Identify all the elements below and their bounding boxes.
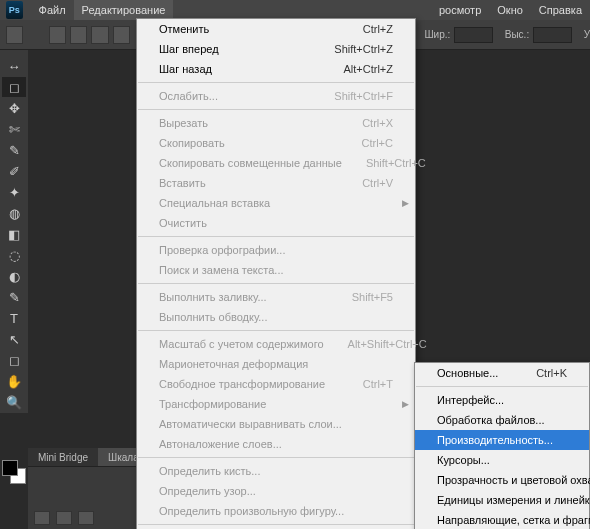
tool-0[interactable]: ↔ — [2, 56, 26, 76]
menu-item-шаг-назад[interactable]: Шаг назадAlt+Ctrl+Z — [137, 59, 415, 79]
menu-item-автоматически-выравнивать-слои-: Автоматически выравнивать слои... — [137, 414, 415, 434]
tool-4[interactable]: ✎ — [2, 140, 26, 160]
tool-13[interactable]: ↖ — [2, 329, 26, 349]
menu-item-поиск-и-замена-текста-: Поиск и замена текста... — [137, 260, 415, 280]
menu-item-свободное-трансформирование: Свободное трансформированиеCtrl+T — [137, 374, 415, 394]
tool-9[interactable]: ◌ — [2, 245, 26, 265]
menu-item-скопировать: СкопироватьCtrl+C — [137, 133, 415, 153]
menu-shortcut: Ctrl+X — [362, 116, 393, 130]
tab-mini-bridge[interactable]: Mini Bridge — [28, 448, 98, 466]
preferences-submenu: Основные...Ctrl+KИнтерфейс...Обработка ф… — [414, 362, 590, 529]
menu-item-label: Поиск и замена текста... — [159, 263, 284, 277]
color-swatches[interactable] — [2, 460, 26, 484]
tool-5[interactable]: ✐ — [2, 161, 26, 181]
menu-item-шаг-вперед[interactable]: Шаг впередShift+Ctrl+Z — [137, 39, 415, 59]
menu-item-производительность-[interactable]: Производительность... — [415, 430, 589, 450]
tool-1[interactable]: ◻ — [2, 77, 26, 97]
menu-separator — [138, 330, 414, 331]
tool-11[interactable]: ✎ — [2, 287, 26, 307]
tool-12[interactable]: T — [2, 308, 26, 328]
menu-shortcut: Shift+Ctrl+C — [366, 156, 426, 170]
height-field[interactable] — [533, 27, 571, 43]
menu-item-определить-произвольную-фигуру-: Определить произвольную фигуру... — [137, 501, 415, 521]
tool-16[interactable]: 🔍 — [2, 392, 26, 412]
menu-item-label: Вставить — [159, 176, 206, 190]
menu-shortcut: Ctrl+V — [362, 176, 393, 190]
submenu-arrow-icon: ▶ — [402, 196, 409, 210]
menu-item-label: Очистить — [159, 216, 207, 230]
tool-10[interactable]: ◐ — [2, 266, 26, 286]
menu-shortcut: Alt+Shift+Ctrl+C — [348, 337, 427, 351]
menu-help[interactable]: Справка — [531, 0, 590, 20]
height-label: Выс.: — [505, 29, 529, 40]
foreground-color-swatch[interactable] — [2, 460, 18, 476]
menu-shortcut: Alt+Ctrl+Z — [343, 62, 393, 76]
opt-btn-3[interactable] — [91, 26, 108, 44]
menu-item-основные-[interactable]: Основные...Ctrl+K — [415, 363, 589, 383]
tool-3[interactable]: ✄ — [2, 119, 26, 139]
tool-8[interactable]: ◧ — [2, 224, 26, 244]
timeline-btn-2[interactable] — [56, 511, 72, 525]
menu-item-отменить[interactable]: ОтменитьCtrl+Z — [137, 19, 415, 39]
menu-shortcut: Ctrl+C — [362, 136, 393, 150]
menu-item-label: Ослабить... — [159, 89, 218, 103]
menu-item-определить-узор-: Определить узор... — [137, 481, 415, 501]
menu-item-label: Определить произвольную фигуру... — [159, 504, 344, 518]
menu-window[interactable]: Окно — [489, 0, 531, 20]
menu-item-определить-кисть-: Определить кисть... — [137, 461, 415, 481]
menu-shortcut: Shift+F5 — [352, 290, 393, 304]
menu-item-трансформирование: Трансформирование▶ — [137, 394, 415, 414]
menu-item-марионеточная-деформация: Марионеточная деформация — [137, 354, 415, 374]
timeline-btn-1[interactable] — [34, 511, 50, 525]
menu-item-label: Производительность... — [437, 433, 553, 447]
menu-item-обработка-файлов-[interactable]: Обработка файлов... — [415, 410, 589, 430]
width-field[interactable] — [454, 27, 492, 43]
menu-item-label: Автоматически выравнивать слои... — [159, 417, 342, 431]
menu-item-выполнить-заливку-: Выполнить заливку...Shift+F5 — [137, 287, 415, 307]
menu-shortcut: Shift+Ctrl+F — [334, 89, 393, 103]
menu-item-ослабить-: Ослабить...Shift+Ctrl+F — [137, 86, 415, 106]
width-label: Шир.: — [424, 29, 450, 40]
menu-item-курсоры-[interactable]: Курсоры... — [415, 450, 589, 470]
menu-item-label: Направляющие, сетка и фрагменты... — [437, 513, 590, 527]
menu-item-label: Определить кисть... — [159, 464, 260, 478]
menu-separator — [138, 283, 414, 284]
menu-item-проверка-орфографии-: Проверка орфографии... — [137, 240, 415, 260]
menu-item-направляющие-сетка-и-фрагменты-[interactable]: Направляющие, сетка и фрагменты... — [415, 510, 589, 529]
menu-item-label: Обработка файлов... — [437, 413, 545, 427]
menu-item-label: Шаг назад — [159, 62, 212, 76]
tool-2[interactable]: ✥ — [2, 98, 26, 118]
menu-item-label: Специальная вставка — [159, 196, 270, 210]
menu-item-label: Марионеточная деформация — [159, 357, 308, 371]
menu-separator — [138, 524, 414, 525]
menu-file[interactable]: Файл — [31, 0, 74, 20]
menu-item-label: Трансформирование — [159, 397, 266, 411]
menu-item-автоналожение-слоев-: Автоналожение слоев... — [137, 434, 415, 454]
menu-item-label: Основные... — [437, 366, 498, 380]
menu-separator — [138, 109, 414, 110]
menu-separator — [138, 457, 414, 458]
tool-14[interactable]: ◻ — [2, 350, 26, 370]
menu-edit[interactable]: Редактирование — [74, 0, 174, 20]
timeline-btn-3[interactable] — [78, 511, 94, 525]
menu-item-интерфейс-[interactable]: Интерфейс... — [415, 390, 589, 410]
menu-item-label: Масштаб с учетом содержимого — [159, 337, 324, 351]
menu-item-прозрачность-и-цветовой-охват-[interactable]: Прозрачность и цветовой охват... — [415, 470, 589, 490]
menu-view[interactable]: росмотр — [431, 0, 489, 20]
menu-item-label: Отменить — [159, 22, 209, 36]
menu-shortcut: Ctrl+K — [536, 366, 567, 380]
opt-btn-1[interactable] — [49, 26, 66, 44]
opt-btn-4[interactable] — [113, 26, 130, 44]
menu-item-единицы-измерения-и-линейки-[interactable]: Единицы измерения и линейки... — [415, 490, 589, 510]
menu-separator — [138, 82, 414, 83]
tool-preset-button[interactable] — [6, 26, 23, 44]
menu-shortcut: Shift+Ctrl+Z — [334, 42, 393, 56]
menu-item-label: Определить узор... — [159, 484, 256, 498]
tool-6[interactable]: ✦ — [2, 182, 26, 202]
menu-item-вставить: ВставитьCtrl+V — [137, 173, 415, 193]
edit-menu-dropdown: ОтменитьCtrl+ZШаг впередShift+Ctrl+ZШаг … — [136, 18, 416, 529]
menu-item-label: Выполнить заливку... — [159, 290, 267, 304]
tool-15[interactable]: ✋ — [2, 371, 26, 391]
tool-7[interactable]: ◍ — [2, 203, 26, 223]
opt-btn-2[interactable] — [70, 26, 87, 44]
